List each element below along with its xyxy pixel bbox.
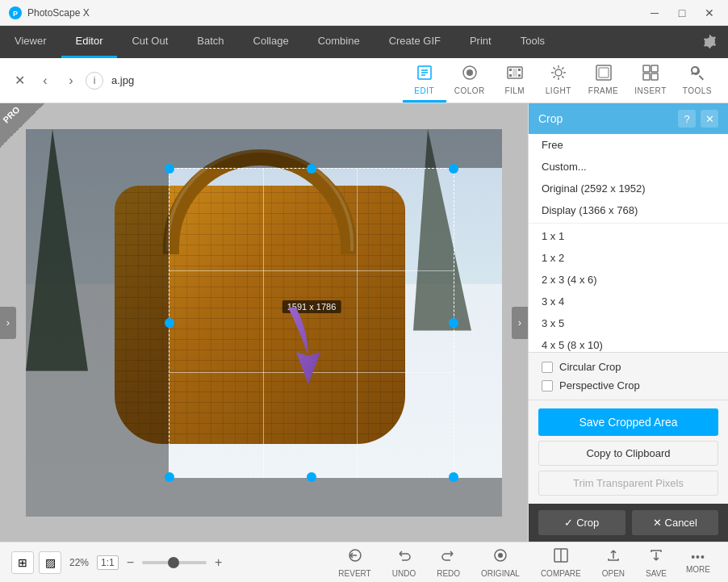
handle-bc[interactable] (307, 472, 316, 482)
info-button[interactable]: i (86, 72, 103, 90)
crop-option-display[interactable]: Display (1366 x 768) (529, 199, 728, 221)
panel-close-button[interactable]: ✕ (701, 110, 718, 128)
nav-print[interactable]: Print (455, 26, 506, 58)
undo-icon (395, 547, 412, 567)
zoom-slider-thumb[interactable] (168, 557, 179, 568)
panel-header-buttons: ? ✕ (678, 110, 718, 128)
filename: a.jpg (111, 74, 134, 86)
nav-cutout[interactable]: Cut Out (117, 26, 182, 58)
nav-creategif[interactable]: Create GIF (374, 26, 455, 58)
redo-button[interactable]: REDO (429, 546, 468, 580)
minimize-button[interactable]: ─ (644, 5, 665, 21)
tab-light[interactable]: LIGHT (537, 59, 580, 103)
settings-button[interactable] (691, 26, 728, 58)
more-label: MORE (686, 565, 710, 574)
zoom-plus-button[interactable]: + (215, 555, 222, 570)
main-area: PRO › (0, 103, 728, 542)
crop-option-3x5[interactable]: 3 x 5 (529, 312, 728, 334)
crop-option-original[interactable]: Original (2592 x 1952) (529, 178, 728, 199)
insert-icon (642, 64, 659, 84)
handle-bl[interactable] (165, 472, 174, 482)
grid-h1 (169, 270, 454, 271)
revert-button[interactable]: REVERT (330, 546, 379, 580)
nav-viewer[interactable]: Viewer (0, 26, 61, 58)
more-button[interactable]: ••• MORE (680, 549, 717, 576)
zoom-slider[interactable] (142, 561, 207, 564)
tab-edit-label: EDIT (414, 86, 434, 95)
layer-icon: ▨ (45, 556, 56, 569)
crop-list-divider (529, 223, 728, 224)
titlebar: P PhotoScape X ─ □ ✕ (0, 0, 728, 26)
tab-film[interactable]: FILM (493, 59, 537, 103)
nav-combine[interactable]: Combine (303, 26, 374, 58)
close-nav-button[interactable]: ✕ (8, 69, 31, 92)
nav-editor[interactable]: Editor (61, 26, 118, 58)
handle-tr[interactable] (449, 164, 458, 174)
svg-rect-25 (643, 65, 650, 72)
perspective-crop-label: Perspective Crop (559, 379, 640, 391)
nav-collage[interactable]: Collage (239, 26, 303, 58)
open-button[interactable]: OPEN (594, 546, 633, 580)
tab-color[interactable]: COLOR (446, 59, 493, 103)
copy-to-clipboard-button[interactable]: Copy to Clipboard (538, 441, 718, 466)
handle-tl[interactable] (165, 164, 174, 174)
redo-icon (441, 547, 457, 567)
save-label: SAVE (646, 569, 667, 578)
layer-toggle-button[interactable]: ▨ (39, 551, 61, 574)
panel-title: Crop (538, 112, 563, 125)
trim-transparent-pixels-button[interactable]: Trim Transparent Pixels (538, 471, 718, 496)
crop-panel: Crop ? ✕ Free Custom... Original (2592 x… (528, 103, 728, 542)
maximize-button[interactable]: □ (672, 5, 692, 21)
toolbar: ✕ ‹ › i a.jpg EDIT COLOR FILM LIGHT (0, 58, 728, 103)
save-icon (648, 547, 664, 567)
cancel-button-label: Cancel (665, 517, 697, 529)
crop-option-custom[interactable]: Custom... (529, 156, 728, 178)
prev-image-button[interactable]: › (0, 307, 16, 339)
zoom-ratio-button[interactable]: 1:1 (97, 555, 119, 570)
svg-rect-9 (509, 69, 512, 71)
svg-line-20 (562, 76, 563, 77)
crop-option-3x4[interactable]: 3 x 4 (529, 291, 728, 312)
panel-help-button[interactable]: ? (678, 110, 696, 128)
tab-edit[interactable]: EDIT (403, 59, 446, 103)
tab-film-label: FILM (504, 86, 525, 95)
perspective-crop-checkbox-row[interactable]: Perspective Crop (542, 379, 715, 391)
nav-batch[interactable]: Batch (182, 26, 238, 58)
save-cropped-area-button[interactable]: Save Cropped Area (538, 408, 718, 436)
circular-crop-label: Circular Crop (559, 361, 621, 373)
crop-option-1x1[interactable]: 1 x 1 (529, 225, 728, 247)
next-image-button[interactable]: › (512, 307, 528, 339)
handle-br[interactable] (449, 472, 458, 482)
handle-mr[interactable] (449, 318, 458, 328)
cancel-button[interactable]: ✕ Cancel (632, 510, 719, 535)
tab-frame[interactable]: FRAME (580, 59, 627, 103)
handle-ml[interactable] (165, 318, 174, 328)
save-button[interactable]: SAVE (638, 546, 675, 580)
crop-button[interactable]: ✓ Crop (538, 510, 625, 535)
compare-icon (553, 547, 569, 567)
forward-button[interactable]: › (60, 69, 82, 92)
crop-option-free[interactable]: Free (529, 134, 728, 156)
back-button[interactable]: ‹ (34, 69, 56, 92)
original-button[interactable]: ORIGINAL (473, 546, 528, 580)
crop-option-1x2[interactable]: 1 x 2 (529, 247, 728, 269)
svg-line-22 (553, 76, 554, 77)
perspective-crop-checkbox[interactable] (542, 380, 553, 391)
nav-tools[interactable]: Tools (506, 26, 559, 58)
crop-option-4x5[interactable]: 4 x 5 (8 x 10) (529, 334, 728, 353)
tab-tools[interactable]: TOOLS (675, 59, 720, 103)
circular-crop-checkbox-row[interactable]: Circular Crop (542, 361, 715, 373)
close-button[interactable]: ✕ (699, 5, 720, 21)
crop-option-2x3[interactable]: 2 x 3 (4 x 6) (529, 269, 728, 291)
more-icon: ••• (691, 551, 705, 563)
tab-insert[interactable]: INSERT (626, 59, 675, 103)
compare-button[interactable]: COMPARE (533, 546, 589, 580)
zoom-minus-button[interactable]: − (127, 555, 134, 570)
grid-toggle-button[interactable]: ⊞ (11, 551, 34, 574)
svg-rect-10 (518, 69, 521, 71)
crop-dark-top (26, 129, 502, 168)
crop-list: Free Custom... Original (2592 x 1952) Di… (529, 134, 728, 353)
undo-button[interactable]: UNDO (384, 546, 424, 580)
circular-crop-checkbox[interactable] (542, 362, 553, 373)
handle-tc[interactable] (307, 164, 316, 174)
